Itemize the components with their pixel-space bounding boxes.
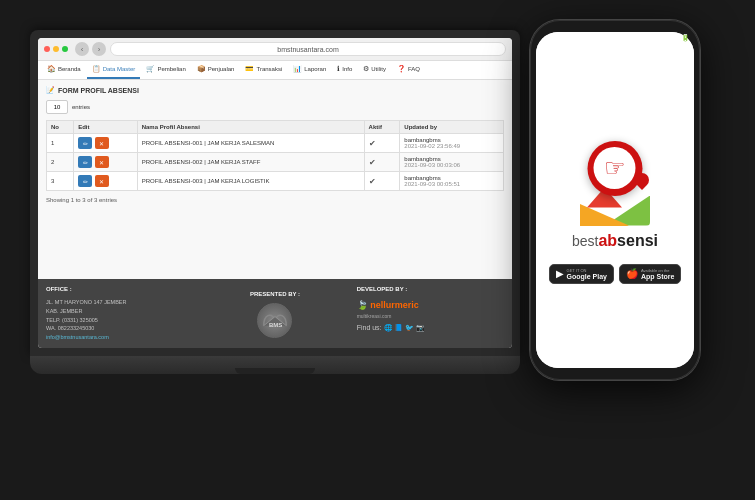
nav-laporan-label: Laporan <box>304 66 326 72</box>
google-play-icon: ▶ <box>556 268 564 279</box>
nellurmeric-sub: multikreasi.com <box>357 312 504 320</box>
pin-drop <box>635 173 649 187</box>
cell-edit: ✏ ✕ <box>74 172 138 191</box>
status-time: 9:41 <box>544 34 560 43</box>
cell-updated-by: bambangbms2021-09-03 00:05:51 <box>400 172 504 191</box>
nav-penjualan-label: Penjualan <box>208 66 235 72</box>
cell-edit: ✏ ✕ <box>74 153 138 172</box>
table-header-row: No Edit Nama Profil Absensi Aktif Update… <box>47 121 504 134</box>
entries-label: entries <box>72 104 90 110</box>
cell-nama-profil: PROFIL ABSENSI-001 | JAM KERJA SALESMAN <box>137 134 364 153</box>
phone-screen: ☞ <box>536 32 694 368</box>
presented-by-title: PRESENTED BY : <box>250 290 300 300</box>
faq-icon: ❓ <box>397 65 406 73</box>
signal-icon: ▪▪▪ <box>656 35 663 42</box>
app-name-logo: bestabsensi <box>572 232 658 250</box>
col-aktif: Aktif <box>364 121 400 134</box>
delete-button[interactable]: ✕ <box>95 156 109 168</box>
table-row: 1 ✏ ✕ PROFIL ABSENSI-001 | JAM KERJA SAL… <box>47 134 504 153</box>
cell-aktif: ✔ <box>364 172 400 191</box>
nav-beranda[interactable]: 🏠 Beranda <box>42 61 86 79</box>
browser-nav: ‹ › <box>75 42 106 56</box>
nav-transaksi-label: Transaksi <box>256 66 282 72</box>
laptop: ‹ › bmstnusantara.com 🏠 Beranda <box>30 30 520 374</box>
url-text: bmstnusantara.com <box>277 46 338 53</box>
cell-no: 1 <box>47 134 74 153</box>
data-master-icon: 📋 <box>92 65 101 73</box>
back-button[interactable]: ‹ <box>75 42 89 56</box>
nav-utility[interactable]: ⚙ Utility <box>358 61 391 79</box>
forward-button[interactable]: › <box>92 42 106 56</box>
nav-transaksi[interactable]: 💳 Transaksi <box>240 61 287 79</box>
app-name-ab: ab <box>598 232 617 249</box>
col-no: No <box>47 121 74 134</box>
nav-penjualan[interactable]: 📦 Penjualan <box>192 61 240 79</box>
google-play-button[interactable]: ▶ GET IT ON Google Play <box>549 264 614 284</box>
edit-button[interactable]: ✏ <box>78 175 92 187</box>
app-store-name: App Store <box>641 273 674 280</box>
entries-control: entries <box>46 100 504 114</box>
footer-address: JL. MT HARYONO 147 JEMBERKAB. JEMBERTELP… <box>46 298 193 333</box>
app-nav: 🏠 Beranda 📋 Data Master 🛒 Pembelian <box>38 61 512 80</box>
address-bar[interactable]: bmstnusantara.com <box>110 42 506 56</box>
app-logo-icon: ☞ <box>575 141 655 226</box>
footer-office-title: OFFICE : <box>46 285 193 295</box>
delete-button[interactable]: ✕ <box>95 175 109 187</box>
data-table: No Edit Nama Profil Absensi Aktif Update… <box>46 120 504 191</box>
page-title: 📝 FORM PROFIL ABSENSI <box>46 86 504 94</box>
edit-button[interactable]: ✏ <box>78 156 92 168</box>
nav-beranda-label: Beranda <box>58 66 81 72</box>
info-icon: ℹ <box>337 65 340 73</box>
app-name-best: best <box>572 233 598 249</box>
nav-faq[interactable]: ❓ FAQ <box>392 61 425 79</box>
form-icon: 📝 <box>46 86 55 94</box>
google-play-name: Google Play <box>567 273 607 280</box>
delete-button[interactable]: ✕ <box>95 137 109 149</box>
nav-laporan[interactable]: 📊 Laporan <box>288 61 331 79</box>
col-nama-profil: Nama Profil Absensi <box>137 121 364 134</box>
browser-dots <box>44 46 68 52</box>
app-logo-area: ☞ <box>549 141 682 284</box>
pembelian-icon: 🛒 <box>146 65 155 73</box>
nav-utility-label: Utility <box>371 66 386 72</box>
footer-office: OFFICE : JL. MT HARYONO 147 JEMBERKAB. J… <box>46 285 193 342</box>
laptop-screen: ‹ › bmstnusantara.com 🏠 Beranda <box>38 38 512 348</box>
google-play-text: GET IT ON Google Play <box>567 268 607 280</box>
footer-dev: DEVELOPED BY : 🍃 nellurmeric multikreasi… <box>357 285 504 342</box>
nav-pembelian-label: Pembelian <box>157 66 185 72</box>
cell-edit: ✏ ✕ <box>74 134 138 153</box>
nav-info[interactable]: ℹ Info <box>332 61 357 79</box>
app-store-button[interactable]: 🍎 Available on the App Store <box>619 264 681 284</box>
footer-bms: PRESENTED BY : BMS <box>201 285 348 342</box>
entries-input[interactable] <box>46 100 68 114</box>
transaksi-icon: 💳 <box>245 65 254 73</box>
bms-logo: BMS <box>257 303 292 338</box>
cell-no: 2 <box>47 153 74 172</box>
nav-data-master[interactable]: 📋 Data Master <box>87 61 141 79</box>
table-row: 3 ✏ ✕ PROFIL ABSENSI-003 | JAM KERJA LOG… <box>47 172 504 191</box>
nav-faq-label: FAQ <box>408 66 420 72</box>
minimize-dot <box>53 46 59 52</box>
status-icons: ▪▪▪ WiFi 🔋 <box>656 34 690 42</box>
cell-updated-by: bambangbms2021-09-03 00:03:06 <box>400 153 504 172</box>
home-icon: 🏠 <box>47 65 56 73</box>
edit-button[interactable]: ✏ <box>78 137 92 149</box>
find-us-label: Find us: <box>357 324 382 331</box>
cell-aktif: ✔ <box>364 153 400 172</box>
table-row: 2 ✏ ✕ PROFIL ABSENSI-002 | JAM KERJA STA… <box>47 153 504 172</box>
showing-text: Showing 1 to 3 of 3 entries <box>46 197 504 203</box>
developed-by-title: DEVELOPED BY : <box>357 285 504 295</box>
apple-icon: 🍎 <box>626 268 638 279</box>
nav-data-master-label: Data Master <box>103 66 136 72</box>
nav-pembelian[interactable]: 🛒 Pembelian <box>141 61 190 79</box>
cell-aktif: ✔ <box>364 134 400 153</box>
cell-nama-profil: PROFIL ABSENSI-003 | JAM KERJA LOGISTIK <box>137 172 364 191</box>
footer-email[interactable]: info@bmstnusantara.com <box>46 333 193 342</box>
penjualan-icon: 📦 <box>197 65 206 73</box>
social-icons: Find us: 🌐 📘 🐦 📷 <box>357 322 504 333</box>
phone-body: 9:41 ▪▪▪ WiFi 🔋 ☞ <box>530 20 700 380</box>
laptop-base <box>30 356 520 374</box>
utility-icon: ⚙ <box>363 65 369 73</box>
wifi-icon: WiFi <box>665 35 679 42</box>
browser-chrome: ‹ › bmstnusantara.com <box>38 38 512 61</box>
